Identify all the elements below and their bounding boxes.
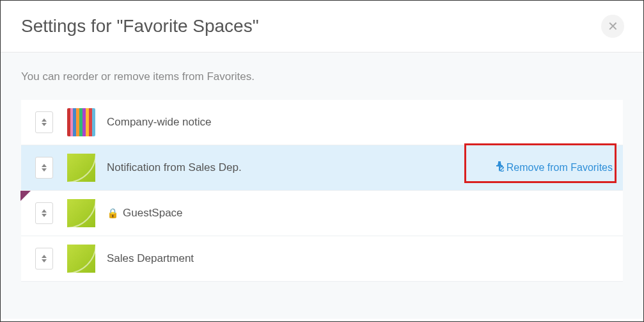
chevron-down-icon	[42, 259, 47, 262]
drag-handle[interactable]	[35, 111, 53, 133]
pin-remove-icon	[495, 161, 504, 174]
chevron-up-icon	[42, 255, 47, 258]
chevron-up-icon	[42, 118, 47, 122]
drag-handle[interactable]	[35, 157, 53, 179]
item-label: Notification from Sales Dep.	[107, 161, 495, 174]
remove-link-label: Remove from Favorites	[507, 162, 613, 173]
corner-flag-icon	[20, 191, 31, 201]
space-thumbnail	[67, 108, 95, 136]
svg-line-1	[500, 168, 503, 171]
space-thumbnail	[67, 245, 95, 273]
lock-icon: 🔒	[107, 207, 119, 219]
list-item: Company-wide notice	[21, 100, 623, 145]
dialog-title: Settings for "Favorite Spaces"	[21, 16, 259, 36]
close-button[interactable]: ✕	[601, 15, 624, 38]
list-item: Sales Department	[21, 236, 623, 282]
list-item: Notification from Sales Dep. Remove from…	[21, 145, 623, 191]
favorites-list: Company-wide notice Notification from Sa…	[21, 100, 623, 282]
close-icon: ✕	[608, 19, 618, 34]
item-label: GuestSpace	[123, 207, 613, 220]
list-item: 🔒 GuestSpace	[21, 191, 623, 236]
space-thumbnail	[67, 154, 95, 182]
chevron-up-icon	[42, 209, 47, 213]
remove-from-favorites-link[interactable]: Remove from Favorites	[495, 161, 613, 174]
item-label: Sales Department	[107, 252, 613, 265]
helper-text: You can reorder or remove items from Fav…	[21, 70, 623, 83]
dialog-content: You can reorder or remove items from Fav…	[1, 52, 643, 319]
chevron-up-icon	[42, 164, 47, 167]
drag-handle[interactable]	[35, 202, 53, 224]
chevron-down-icon	[42, 168, 47, 172]
chevron-down-icon	[42, 123, 47, 126]
space-thumbnail	[67, 199, 95, 227]
drag-handle[interactable]	[35, 248, 53, 270]
dialog-header: Settings for "Favorite Spaces" ✕	[1, 1, 643, 52]
chevron-down-icon	[42, 214, 47, 217]
item-label: Company-wide notice	[107, 116, 613, 129]
